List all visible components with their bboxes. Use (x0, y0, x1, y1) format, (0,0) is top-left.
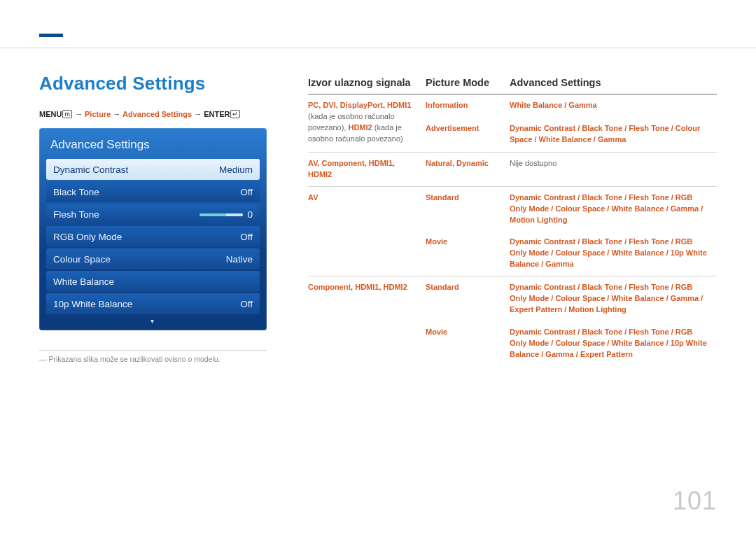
osd-label: Flesh Tone (53, 209, 99, 220)
osd-row-dynamic-contrast[interactable]: Dynamic Contrast Medium (46, 159, 260, 180)
mode-text: Standard (426, 193, 459, 202)
signal-main2: HDMI2 (348, 123, 372, 132)
osd-label: White Balance (53, 276, 114, 287)
page-number: 101 (673, 486, 717, 516)
cell-advanced: Dynamic Contrast / Black Tone / Flesh To… (510, 186, 717, 231)
osd-row-10p-white-balance[interactable]: 10p White Balance Off (46, 293, 260, 314)
cell-advanced: Dynamic Contrast / Black Tone / Flesh To… (510, 276, 717, 321)
mode-text: Standard (426, 283, 459, 291)
cell-advanced: Dynamic Contrast / Black Tone / Flesh To… (510, 231, 717, 276)
osd-panel: Advanced Settings Dynamic Contrast Mediu… (39, 128, 267, 330)
adv-text: Dynamic Contrast / Black Tone / Flesh To… (510, 283, 703, 314)
cell-advanced: Nije dostupno (510, 152, 717, 186)
osd-label: 10p White Balance (53, 299, 132, 309)
osd-title: Advanced Settings (46, 135, 260, 159)
osd-row-colour-space[interactable]: Colour Space Native (46, 248, 260, 269)
osd-label: Colour Space (53, 254, 111, 265)
osd-value: Off (240, 187, 253, 197)
section-title: Advanced Settings (39, 73, 277, 94)
mode-text: Movie (426, 237, 447, 246)
cell-mode: Standard (426, 186, 510, 231)
mode-text: Information (426, 101, 468, 109)
osd-value: Medium (219, 164, 253, 175)
breadcrumb-picture: Picture (85, 110, 111, 118)
cell-mode: Movie (426, 231, 510, 276)
mode-text: Advertisement (426, 124, 479, 132)
osd-label: Dynamic Contrast (53, 164, 128, 175)
adv-text: White Balance / Gamma (510, 101, 597, 109)
menu-icon: m (62, 110, 72, 118)
breadcrumb-advanced: Advanced Settings (122, 110, 192, 118)
breadcrumb-arrow-3: → (194, 110, 204, 118)
cell-mode: Information (426, 94, 510, 118)
signal-main: Component, HDMI1, HDMI2 (308, 283, 407, 291)
cell-advanced: White Balance / Gamma (510, 94, 717, 118)
cell-signal: AV, Component, HDMI1, HDMI2 (308, 152, 426, 186)
breadcrumb: MENUm → Picture → Advanced Settings → EN… (39, 110, 277, 118)
enter-icon: ↵ (230, 110, 240, 118)
signal-main: AV (308, 193, 318, 202)
osd-label: Black Tone (53, 187, 99, 197)
th-mode: Picture Mode (426, 73, 510, 94)
cell-advanced: Dynamic Contrast / Black Tone / Flesh To… (510, 118, 717, 153)
cell-mode: Natural, Dynamic (426, 152, 510, 186)
mode-text: Movie (426, 328, 447, 336)
section-accent (39, 34, 63, 37)
signal-main: PC, DVI, DisplayPort, HDMI1 (308, 101, 411, 109)
th-advanced: Advanced Settings (510, 73, 717, 94)
adv-text: Dynamic Contrast / Black Tone / Flesh To… (510, 124, 700, 143)
breadcrumb-menu: MENU (39, 110, 62, 118)
osd-value: Off (240, 299, 253, 309)
cell-advanced: Dynamic Contrast / Black Tone / Flesh To… (510, 321, 717, 366)
columns: Advanced Settings MENUm → Picture → Adva… (39, 73, 717, 366)
page: Advanced Settings MENUm → Picture → Adva… (0, 0, 756, 534)
right-column: Izvor ulaznog signala Picture Mode Advan… (308, 73, 717, 366)
slider-icon (200, 213, 243, 216)
cell-mode: Standard (426, 276, 510, 321)
footnote: ― Prikazana slika može se razlikovati ov… (39, 355, 277, 363)
chevron-down-icon: ▾ (150, 317, 155, 325)
mode-text: Natural, Dynamic (426, 159, 489, 167)
table-row: PC, DVI, DisplayPort, HDMI1 (kada je oso… (308, 94, 717, 118)
breadcrumb-arrow-1: → (75, 110, 85, 118)
osd-value: 0 (247, 209, 253, 220)
osd-slider-wrap: 0 (200, 209, 253, 220)
adv-plain: Nije dostupno (510, 159, 556, 167)
adv-text: Dynamic Contrast / Black Tone / Flesh To… (510, 328, 707, 358)
osd-label: RGB Only Mode (53, 232, 122, 242)
table-row: AV, Component, HDMI1, HDMI2 Natural, Dyn… (308, 152, 717, 186)
osd-row-flesh-tone[interactable]: Flesh Tone 0 (46, 204, 260, 225)
cell-signal: PC, DVI, DisplayPort, HDMI1 (kada je oso… (308, 94, 426, 153)
adv-text: Dynamic Contrast / Black Tone / Flesh To… (510, 193, 703, 224)
cell-signal: AV (308, 186, 426, 276)
table-row: AV Standard Dynamic Contrast / Black Ton… (308, 186, 717, 231)
th-signal: Izvor ulaznog signala (308, 73, 426, 94)
adv-text: Dynamic Contrast / Black Tone / Flesh To… (510, 237, 707, 268)
footnote-rule (39, 350, 267, 351)
signal-main: AV, Component, HDMI1, HDMI2 (308, 159, 395, 178)
osd-row-white-balance[interactable]: White Balance (46, 271, 260, 292)
osd-value: Native (226, 254, 253, 265)
osd-more-indicator[interactable]: ▾ (46, 316, 260, 325)
top-rule (0, 48, 756, 48)
osd-value: Off (240, 232, 253, 242)
left-column: Advanced Settings MENUm → Picture → Adva… (39, 73, 277, 366)
cell-mode: Advertisement (426, 118, 510, 153)
osd-row-rgb-only[interactable]: RGB Only Mode Off (46, 226, 260, 247)
settings-table: Izvor ulaznog signala Picture Mode Advan… (308, 73, 717, 366)
table-row: Component, HDMI1, HDMI2 Standard Dynamic… (308, 276, 717, 321)
breadcrumb-arrow-2: → (113, 110, 122, 118)
osd-row-black-tone[interactable]: Black Tone Off (46, 181, 260, 202)
cell-mode: Movie (426, 321, 510, 366)
breadcrumb-enter: ENTER (204, 110, 230, 118)
cell-signal: Component, HDMI1, HDMI2 (308, 276, 426, 366)
